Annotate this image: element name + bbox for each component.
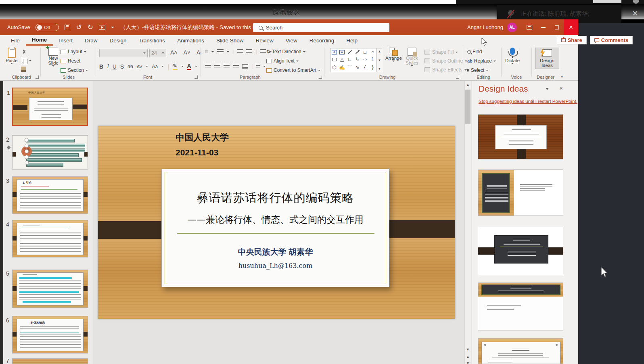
- gallery-down-icon[interactable]: ▼: [378, 59, 381, 62]
- text-direction-button[interactable]: Text Direction: [272, 49, 301, 54]
- restore-button[interactable]: [550, 19, 564, 35]
- format-painter-icon[interactable]: [21, 67, 26, 72]
- paste-button[interactable]: Paste: [6, 48, 17, 64]
- save-icon[interactable]: [65, 25, 70, 30]
- design-suggestion-3[interactable]: [478, 226, 563, 275]
- text-shadow-button[interactable]: S: [120, 63, 124, 70]
- scrollbar-thumb[interactable]: [465, 90, 470, 124]
- triangle-shape-icon[interactable]: △: [340, 56, 344, 62]
- undo-icon[interactable]: ↺: [76, 24, 82, 31]
- right-brace-shape-icon[interactable]: }: [372, 65, 373, 70]
- arc-shape-icon[interactable]: ⌒: [347, 64, 352, 71]
- textbox-horizontal-icon[interactable]: A: [332, 50, 337, 54]
- quick-access-chevron-icon[interactable]: [111, 27, 114, 28]
- align-text-button[interactable]: Align Text: [274, 58, 295, 64]
- highlight-color-button[interactable]: ✎: [173, 63, 178, 70]
- section-button[interactable]: Section: [68, 67, 84, 73]
- font-dialog-launcher-icon[interactable]: [194, 75, 198, 79]
- cut-icon[interactable]: [21, 50, 27, 55]
- tab-help[interactable]: Help: [340, 36, 364, 45]
- dictate-button[interactable]: Dictate: [505, 48, 520, 64]
- slide-university-text[interactable]: 中国人民大学: [176, 132, 229, 144]
- grow-font-button[interactable]: A˄: [169, 49, 179, 56]
- tab-transitions[interactable]: Transitions: [133, 36, 171, 45]
- left-brace-shape-icon[interactable]: {: [364, 65, 366, 70]
- scribble-shape-icon[interactable]: ✍: [339, 65, 345, 70]
- align-left-button[interactable]: [205, 64, 211, 69]
- numbering-button[interactable]: [217, 49, 224, 54]
- tab-recording[interactable]: Recording: [303, 36, 341, 45]
- tab-view[interactable]: View: [280, 36, 303, 45]
- oval-shape-icon[interactable]: ○: [371, 49, 374, 55]
- design-suggestion-4[interactable]: [478, 282, 563, 331]
- tab-design[interactable]: Design: [104, 36, 133, 45]
- tab-file[interactable]: File: [5, 36, 26, 45]
- strikethrough-button[interactable]: ab: [128, 64, 133, 69]
- font-name-combobox[interactable]: [99, 49, 148, 57]
- textbox-vertical-icon[interactable]: A: [339, 50, 345, 54]
- slide-thumbnail-5[interactable]: [12, 270, 88, 308]
- slide-date-text[interactable]: 2021-11-03: [176, 148, 218, 157]
- shape-outline-button[interactable]: Shape Outline: [432, 58, 463, 64]
- slide-title[interactable]: 彝语诺苏话将行体的编码策略: [162, 190, 389, 206]
- comments-button[interactable]: Comments: [590, 36, 633, 44]
- align-right-button[interactable]: [224, 64, 230, 69]
- find-button[interactable]: Find: [473, 49, 482, 54]
- tab-insert[interactable]: Insert: [53, 36, 79, 45]
- arrange-button[interactable]: Arrange: [385, 48, 402, 62]
- character-spacing-button[interactable]: AV: [137, 64, 142, 69]
- shrink-font-button[interactable]: A˅: [182, 49, 192, 56]
- design-suggestion-5[interactable]: [478, 338, 563, 364]
- account-name[interactable]: Angar Luohong: [467, 24, 503, 30]
- select-button[interactable]: Select: [471, 67, 484, 73]
- justify-button[interactable]: [233, 64, 239, 69]
- shape-effects-button[interactable]: Shape Effects: [432, 67, 462, 73]
- design-suggestion-2[interactable]: [478, 169, 563, 216]
- down-block-arrow-icon[interactable]: ⇩: [370, 56, 374, 62]
- minimize-button[interactable]: [536, 19, 550, 35]
- align-center-button[interactable]: [214, 64, 220, 69]
- distribute-button[interactable]: [242, 64, 248, 69]
- autosave-toggle[interactable]: Off: [36, 24, 59, 31]
- design-ideas-close-icon[interactable]: ×: [559, 85, 563, 92]
- stop-suggesting-link[interactable]: Stop suggesting ideas until I restart Po…: [479, 99, 577, 104]
- copy-icon[interactable]: [21, 58, 27, 63]
- line-shape-icon[interactable]: [347, 50, 351, 54]
- quick-styles-button[interactable]: Quick Styles: [404, 48, 420, 67]
- columns-button[interactable]: [256, 64, 260, 69]
- italic-button[interactable]: I: [107, 63, 109, 70]
- redo-icon[interactable]: ↻: [88, 24, 93, 31]
- slide-thumbnail-1[interactable]: 中国人民大学: [12, 88, 88, 126]
- meeting-close-icon[interactable]: ×: [628, 7, 642, 19]
- slide-email[interactable]: husuhua_Lh@163.com: [162, 262, 389, 270]
- slide-thumbnail-6[interactable]: 时体和情态: [12, 316, 88, 354]
- font-color-button[interactable]: A: [187, 63, 191, 70]
- convert-to-smartart-button[interactable]: Convert to SmartArt: [274, 67, 316, 73]
- font-size-combobox[interactable]: 24: [149, 49, 166, 57]
- elbow-connector-icon[interactable]: ∟: [347, 56, 352, 62]
- slide-thumbnail-3[interactable]: 1. 引论: [12, 176, 88, 214]
- slide-subtitle[interactable]: ——兼论将行体、情态、式之间的交互作用: [162, 213, 389, 226]
- previous-slide-icon[interactable]: ▲: [465, 354, 471, 360]
- tab-review[interactable]: Review: [249, 36, 279, 45]
- line-spacing-button[interactable]: [260, 49, 266, 54]
- new-slide-button[interactable]: New Slide: [44, 48, 62, 67]
- replace-button[interactable]: Replace: [474, 58, 492, 64]
- scroll-down-icon[interactable]: ▼: [465, 346, 471, 353]
- share-button[interactable]: Share: [557, 36, 587, 44]
- slide-thumbnail-2[interactable]: 目录: [12, 135, 88, 169]
- arrow-shape-icon[interactable]: [355, 50, 359, 54]
- curve-shape-icon[interactable]: ∿: [355, 65, 359, 70]
- tab-draw[interactable]: Draw: [79, 36, 104, 45]
- next-slide-icon[interactable]: ▼: [465, 360, 471, 364]
- rounded-rectangle-shape-icon[interactable]: [332, 58, 337, 61]
- decrease-indent-button[interactable]: [237, 49, 243, 54]
- bold-button[interactable]: B: [99, 63, 103, 70]
- drawing-dialog-launcher-icon[interactable]: [456, 75, 459, 79]
- design-ideas-button[interactable]: Design Ideas: [535, 48, 559, 69]
- change-case-button[interactable]: Aa: [152, 64, 158, 69]
- slide-author[interactable]: 中央民族大学 胡素华: [162, 247, 389, 257]
- shape-gallery[interactable]: A A □ ○ △ ∟ ↳ ⇨ ⇩ ⬡ ✍ ⌒ ∿ { }: [330, 48, 377, 72]
- paragraph-dialog-launcher-icon[interactable]: [319, 75, 322, 79]
- start-slideshow-icon[interactable]: [99, 25, 105, 30]
